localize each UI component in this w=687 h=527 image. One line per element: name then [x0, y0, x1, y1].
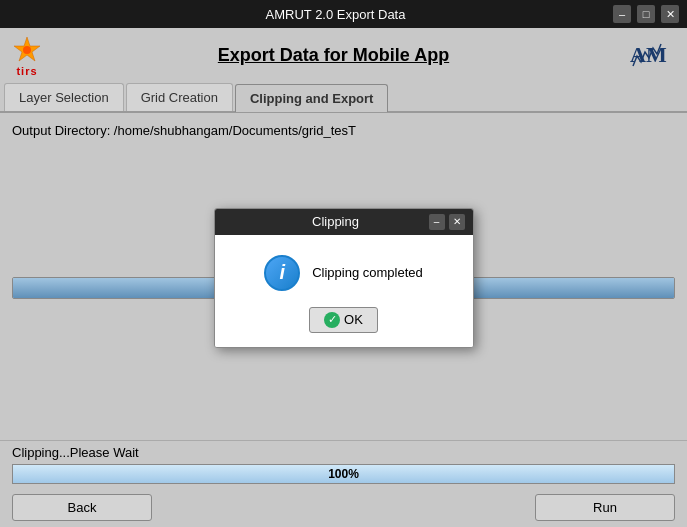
ok-button[interactable]: ✓ OK	[309, 307, 378, 333]
info-icon: i	[264, 255, 300, 291]
dialog-minimize-button[interactable]: –	[429, 214, 445, 230]
dialog-title: Clipping	[243, 214, 429, 229]
dialog-controls: – ✕	[429, 214, 465, 230]
dialog-close-button[interactable]: ✕	[449, 214, 465, 230]
window-controls: – □ ✕	[613, 5, 679, 23]
dialog-titlebar: Clipping – ✕	[215, 209, 473, 235]
minimize-button[interactable]: –	[613, 5, 631, 23]
clipping-dialog: Clipping – ✕ i Clipping completed ✓ OK	[214, 208, 474, 348]
dialog-message: Clipping completed	[312, 265, 423, 280]
maximize-button[interactable]: □	[637, 5, 655, 23]
close-button[interactable]: ✕	[661, 5, 679, 23]
ok-check-icon: ✓	[324, 312, 340, 328]
ok-label: OK	[344, 312, 363, 327]
window-title: AMRUT 2.0 Export Data	[58, 7, 613, 22]
dialog-row: i Clipping completed	[264, 255, 423, 291]
info-icon-letter: i	[279, 261, 285, 284]
dialog-body: i Clipping completed ✓ OK	[215, 235, 473, 347]
title-bar: AMRUT 2.0 Export Data – □ ✕	[0, 0, 687, 28]
app-content: tirs Export Data for Mobile App AM Layer…	[0, 28, 687, 527]
modal-overlay: Clipping – ✕ i Clipping completed ✓ OK	[0, 28, 687, 527]
